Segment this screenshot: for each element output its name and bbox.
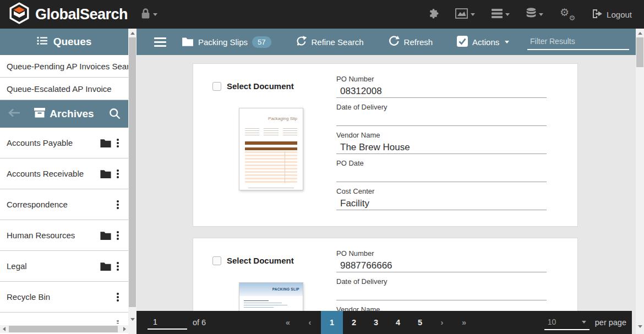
field-value-input[interactable] [336,287,547,300]
logout-button[interactable]: Logout [592,9,632,20]
refine-search-button[interactable]: Refine Search [296,35,364,48]
archive-list-item[interactable]: Correspondence [0,189,128,220]
document-card: Select Document Packaging Slip [193,63,578,227]
thumbnail-table-header [245,141,297,145]
field: Date of Delivery [336,277,547,300]
archive-list-item[interactable]: Legal [0,251,128,282]
sign-out-icon [592,9,603,20]
queue-list: Queue-Pending AP Invoices Search Queue-E… [0,55,128,100]
scrollbar-thumb[interactable] [9,326,118,332]
per-page-group: 10 per page [544,311,626,334]
actions-dropdown-button[interactable]: Actions [457,36,509,48]
field-value-input[interactable] [336,113,547,126]
per-page-select[interactable]: 10 [544,315,590,330]
archive-list-item-partial[interactable] [0,313,128,325]
reports-chart-menu[interactable] [455,8,475,21]
archive-list-item[interactable]: Recycle Bin [0,282,128,313]
field-label: Date of Delivery [336,103,547,111]
folder-icon[interactable] [97,261,114,271]
index-fields: PO Number 08312008 Date of Delivery Vend… [336,75,547,215]
chevron-down-icon [505,41,509,43]
archive-list-item[interactable]: Human Resources [0,220,128,251]
kebab-menu-icon[interactable] [114,136,122,150]
field-value-input[interactable]: The Brew House [336,141,547,154]
field-label: Cost Center [336,187,547,195]
field: Vendor Name The Brew House [336,131,547,154]
refresh-button[interactable]: Refresh [388,35,433,48]
kebab-menu-icon[interactable] [114,167,122,180]
document-thumbnail[interactable]: Packaging Slip [239,108,303,190]
folder-icon[interactable] [97,138,114,147]
kebab-menu-icon[interactable] [114,229,122,242]
scroll-right-button[interactable] [121,325,128,333]
last-page-button[interactable]: » [453,311,475,334]
first-page-button[interactable]: « [277,311,299,334]
page-button[interactable]: 5 [409,311,431,334]
prev-page-button[interactable]: ‹ [299,311,321,334]
page-button[interactable]: 4 [387,311,409,334]
scroll-up-button[interactable] [128,29,137,37]
database-menu[interactable] [526,8,543,21]
select-document-label: Select Document [227,81,294,91]
topbar-icon-group: ⚙ ⚙ Logout [428,7,632,21]
field-value-input[interactable]: 08312008 [336,85,547,98]
results-count-badge: 57 [252,36,271,48]
scroll-down-button[interactable] [128,315,137,324]
archive-list-item[interactable]: Accounts Receivable [0,158,128,189]
puzzle-icon [428,8,439,21]
page-number-input[interactable] [148,315,187,330]
database-icon [526,8,536,21]
page-button[interactable]: 1 [321,311,343,334]
archive-box-icon [34,108,45,121]
archive-label: Accounts Payable [7,138,97,147]
refine-search-label: Refine Search [312,37,364,47]
kebab-menu-icon[interactable] [114,291,122,304]
logout-label: Logout [607,10,632,19]
scroll-up-button[interactable] [636,29,644,37]
lock-menu[interactable] [141,8,157,21]
next-page-button[interactable]: › [431,311,453,334]
hamburger-menu-icon[interactable] [154,37,166,47]
settings-button[interactable]: ⚙ ⚙ [560,7,575,21]
folder-icon[interactable] [97,231,114,240]
queue-list-item[interactable]: Queue-Escalated AP Invoice [0,78,128,100]
queues-header[interactable]: Queues [0,29,128,55]
kebab-menu-icon[interactable] [114,318,122,325]
field-label: Vendor Name [336,131,547,139]
kebab-menu-icon[interactable] [114,198,122,211]
scroll-left-button[interactable] [0,325,8,333]
sidebar-vertical-scrollbar[interactable] [128,29,137,334]
field-value-input[interactable]: 9887766666 [336,259,547,272]
scrollbar-thumb[interactable] [129,37,136,307]
list-view-menu[interactable] [492,9,510,20]
archive-list-item[interactable]: Accounts Payable [0,128,128,158]
lock-icon [141,8,150,21]
app-logo[interactable]: GlobalSearch [9,2,128,26]
queue-list-item[interactable]: Queue-Pending AP Invoices Search [0,55,128,78]
page-button[interactable]: 3 [365,311,387,334]
field-value-input[interactable] [336,169,547,182]
back-arrow-icon[interactable] [8,108,21,121]
kebab-menu-icon[interactable] [114,260,122,273]
main-vertical-scrollbar[interactable] [636,29,644,334]
scroll-down-button[interactable] [636,322,644,331]
archive-label: Human Resources [7,231,97,240]
page-button[interactable]: 2 [343,311,365,334]
select-document-checkbox[interactable] [212,256,221,265]
search-icon[interactable] [109,108,121,122]
field-value-input[interactable]: Facility [336,197,547,210]
sidebar-horizontal-scrollbar[interactable] [0,325,128,333]
field: Date of Delivery [336,103,547,126]
scrollbar-thumb[interactable] [636,37,643,67]
chevron-down-icon [539,13,543,16]
filter-results-input[interactable] [527,34,629,50]
workflow-puzzle-button[interactable] [428,8,439,21]
pagination-bar: of 6 « ‹ 1 2 3 4 5 › » [137,311,632,334]
check-square-icon [457,36,468,48]
refresh-label: Refresh [404,37,433,47]
select-document-checkbox[interactable] [212,82,221,91]
archive-title[interactable]: Packing Slips 57 [182,36,271,48]
thumbnail-table-header [245,147,297,150]
refresh-icon [388,35,400,48]
folder-icon[interactable] [97,169,114,178]
